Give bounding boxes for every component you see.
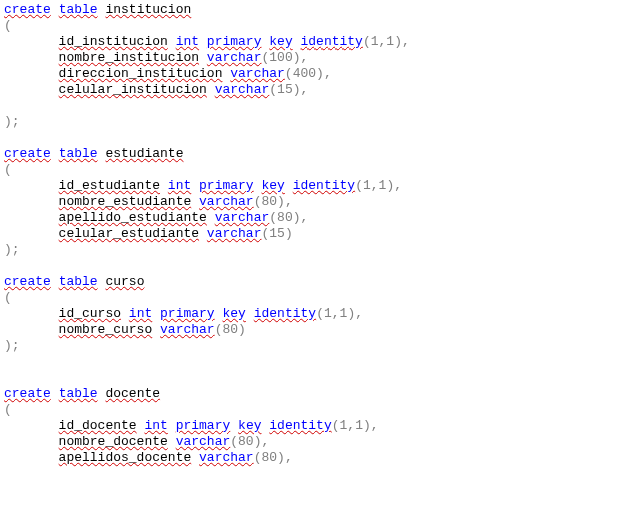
keyword: identity	[254, 306, 316, 321]
keyword: table	[59, 2, 98, 17]
number: 1	[363, 178, 371, 193]
punct: ,	[347, 418, 355, 433]
number: 400	[293, 66, 316, 81]
punct: (	[285, 66, 293, 81]
sql-code-block: create table institucion ( id_institucio…	[0, 0, 634, 466]
keyword: varchar	[207, 226, 262, 241]
number: 80	[238, 434, 254, 449]
punct: );	[4, 114, 20, 129]
punct: (	[332, 418, 340, 433]
punct: ),	[394, 34, 410, 49]
number: 1	[371, 34, 379, 49]
punct: (	[363, 34, 371, 49]
number: 1	[386, 34, 394, 49]
punct: )	[285, 226, 293, 241]
keyword: create	[4, 274, 51, 289]
keyword: identity	[301, 34, 363, 49]
keyword: key	[261, 178, 284, 193]
number: 15	[269, 226, 285, 241]
keyword: varchar	[199, 450, 254, 465]
punct: )	[238, 322, 246, 337]
identifier: id_docente	[59, 418, 137, 433]
keyword: key	[269, 34, 292, 49]
punct: ),	[316, 66, 332, 81]
keyword: int	[144, 418, 167, 433]
keyword: varchar	[176, 434, 231, 449]
punct: ),	[293, 50, 309, 65]
punct: (	[269, 82, 277, 97]
keyword: table	[59, 274, 98, 289]
identifier: nombre_estudiante	[59, 194, 192, 209]
identifier: nombre_docente	[59, 434, 168, 449]
keyword: identity	[269, 418, 331, 433]
punct: (	[316, 306, 324, 321]
punct: ,	[332, 306, 340, 321]
number: 80	[261, 194, 277, 209]
number: 1	[324, 306, 332, 321]
punct: );	[4, 338, 20, 353]
punct: ),	[293, 82, 309, 97]
identifier: id_estudiante	[59, 178, 160, 193]
punct: (	[355, 178, 363, 193]
punct: (	[230, 434, 238, 449]
keyword: int	[176, 34, 199, 49]
punct: ),	[293, 210, 309, 225]
punct: ),	[386, 178, 402, 193]
keyword: primary	[160, 306, 215, 321]
identifier: apellidos_docente	[59, 450, 192, 465]
keyword: int	[168, 178, 191, 193]
punct: ),	[363, 418, 379, 433]
number: 100	[269, 50, 292, 65]
identifier: apellido_estudiante	[59, 210, 207, 225]
number: 80	[261, 450, 277, 465]
punct: ),	[277, 194, 293, 209]
punct: (	[269, 210, 277, 225]
punct: ),	[254, 434, 270, 449]
keyword: create	[4, 146, 51, 161]
keyword: create	[4, 386, 51, 401]
keyword: key	[222, 306, 245, 321]
identifier: nombre_curso	[59, 322, 153, 337]
keyword: int	[129, 306, 152, 321]
punct: (	[4, 402, 12, 417]
punct: );	[4, 242, 20, 257]
punct: ),	[277, 450, 293, 465]
identifier: institucion	[105, 2, 191, 17]
keyword: identity	[293, 178, 355, 193]
identifier: celular_estudiante	[59, 226, 199, 241]
keyword: varchar	[199, 194, 254, 209]
keyword: primary	[199, 178, 254, 193]
identifier: id_curso	[59, 306, 121, 321]
keyword: varchar	[160, 322, 215, 337]
identifier: nombre_institucion	[59, 50, 199, 65]
keyword: varchar	[230, 66, 285, 81]
punct: ,	[371, 178, 379, 193]
keyword: table	[59, 146, 98, 161]
punct: (	[4, 162, 12, 177]
punct: (	[4, 18, 12, 33]
keyword: create	[4, 2, 51, 17]
identifier: celular_institucion	[59, 82, 207, 97]
keyword: table	[59, 386, 98, 401]
keyword: varchar	[215, 82, 270, 97]
keyword: varchar	[207, 50, 262, 65]
punct: ),	[347, 306, 363, 321]
keyword: key	[238, 418, 261, 433]
number: 15	[277, 82, 293, 97]
number: 80	[222, 322, 238, 337]
keyword: varchar	[215, 210, 270, 225]
identifier: direccion_institucion	[59, 66, 223, 81]
keyword: primary	[176, 418, 231, 433]
identifier: id_institucion	[59, 34, 168, 49]
keyword: primary	[207, 34, 262, 49]
identifier: curso	[105, 274, 144, 289]
number: 1	[355, 418, 363, 433]
punct: (	[4, 290, 12, 305]
number: 80	[277, 210, 293, 225]
identifier: docente	[105, 386, 160, 401]
identifier: estudiante	[105, 146, 183, 161]
